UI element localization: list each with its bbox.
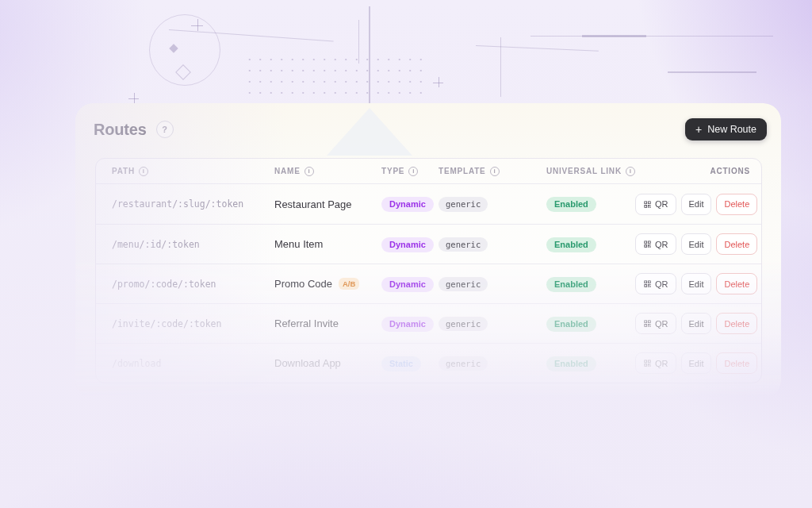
universal-link-badge: Enabled bbox=[546, 197, 596, 212]
routes-panel: Routes ? +New Route PATHi NAMEi TYPEi TE… bbox=[75, 103, 781, 398]
decor-circle bbox=[149, 14, 220, 86]
delete-button[interactable]: Delete bbox=[716, 273, 757, 294]
type-badge: Dynamic bbox=[381, 197, 434, 212]
delete-button[interactable]: Delete bbox=[716, 313, 757, 334]
template-badge: generic bbox=[439, 356, 488, 371]
delete-button[interactable]: Delete bbox=[716, 194, 757, 215]
qr-icon bbox=[643, 240, 652, 248]
column-header-actions: ACTIONS bbox=[635, 167, 753, 175]
table-row: /download Download App Static generic En… bbox=[96, 343, 761, 383]
edit-button[interactable]: Edit bbox=[681, 194, 712, 215]
edit-button[interactable]: Edit bbox=[681, 233, 712, 255]
decor-vertical-line bbox=[358, 20, 359, 64]
delete-button[interactable]: Delete bbox=[716, 352, 757, 374]
template-badge: generic bbox=[439, 277, 488, 292]
edit-button[interactable]: Edit bbox=[681, 273, 712, 294]
info-icon[interactable]: i bbox=[490, 167, 500, 176]
table-body: /restaurant/:slug/:token Restaurant Page… bbox=[96, 184, 761, 383]
type-badge: Static bbox=[381, 356, 421, 371]
route-path: /promo/:code/:token bbox=[112, 279, 274, 290]
decor-horizontal-line bbox=[530, 36, 773, 37]
universal-link-badge: Enabled bbox=[546, 356, 596, 371]
decor-horizontal-line bbox=[668, 71, 756, 73]
template-badge: generic bbox=[439, 317, 488, 332]
type-badge: Dynamic bbox=[381, 237, 434, 252]
info-icon[interactable]: i bbox=[408, 167, 418, 176]
route-name: Menu Item bbox=[274, 238, 381, 250]
route-name: Restaurant Page bbox=[274, 198, 381, 210]
column-header-name: NAMEi bbox=[274, 167, 381, 176]
new-route-label: New Route bbox=[707, 124, 756, 135]
type-badge: Dynamic bbox=[381, 277, 434, 292]
qr-button[interactable]: QR bbox=[635, 352, 676, 374]
decor-diamond-outline bbox=[175, 64, 191, 80]
qr-button[interactable]: QR bbox=[635, 233, 676, 255]
route-name: Download App bbox=[274, 357, 381, 369]
route-path: /menu/:id/:token bbox=[112, 239, 274, 250]
table-row: /menu/:id/:token Menu Item Dynamic gener… bbox=[96, 224, 761, 264]
decor-diamond-filled bbox=[169, 44, 178, 52]
column-header-type: TYPEi bbox=[381, 167, 439, 176]
info-icon[interactable]: i bbox=[304, 167, 314, 176]
info-icon[interactable]: i bbox=[626, 167, 635, 176]
universal-link-badge: Enabled bbox=[546, 237, 596, 252]
route-path: /invite/:code/:token bbox=[112, 318, 274, 329]
info-icon[interactable]: i bbox=[139, 167, 148, 176]
template-badge: generic bbox=[439, 197, 488, 212]
plus-icon: + bbox=[695, 124, 702, 135]
qr-icon bbox=[643, 319, 652, 328]
table-row: /restaurant/:slug/:token Restaurant Page… bbox=[96, 184, 761, 224]
qr-icon bbox=[643, 200, 652, 209]
qr-button[interactable]: QR bbox=[635, 273, 676, 294]
decor-dot-grid bbox=[244, 54, 425, 97]
route-name: Promo CodeA/B bbox=[274, 278, 381, 291]
decor-horizontal-line bbox=[582, 35, 646, 37]
table-row: /invite/:code/:token Referral Invite Dyn… bbox=[96, 303, 761, 343]
universal-link-badge: Enabled bbox=[546, 277, 596, 292]
ab-test-badge: A/B bbox=[339, 278, 359, 291]
decor-cross bbox=[128, 93, 139, 103]
help-icon[interactable]: ? bbox=[156, 121, 174, 138]
decor-diagonal-line bbox=[169, 29, 334, 42]
column-header-universal-link: UNIVERSAL LINKi bbox=[546, 167, 635, 176]
decor-vertical-line bbox=[369, 6, 370, 105]
type-badge: Dynamic bbox=[381, 317, 434, 332]
route-name: Referral Invite bbox=[274, 318, 381, 329]
decor-cross bbox=[433, 77, 443, 87]
panel-header: Routes ? +New Route bbox=[75, 103, 781, 156]
route-path: /restaurant/:slug/:token bbox=[112, 198, 274, 210]
routes-table: PATHi NAMEi TYPEi TEMPLATEi UNIVERSAL LI… bbox=[95, 158, 762, 383]
table-row: /promo/:code/:token Promo CodeA/B Dynami… bbox=[96, 264, 761, 303]
new-route-button[interactable]: +New Route bbox=[685, 118, 767, 140]
qr-icon bbox=[643, 359, 652, 368]
delete-button[interactable]: Delete bbox=[716, 233, 757, 255]
column-header-template: TEMPLATEi bbox=[439, 167, 546, 176]
template-badge: generic bbox=[439, 237, 488, 252]
page-title: Routes bbox=[94, 121, 147, 139]
decor-diagonal-line bbox=[476, 45, 599, 52]
qr-icon bbox=[643, 279, 652, 288]
edit-button[interactable]: Edit bbox=[681, 313, 712, 334]
column-header-path: PATHi bbox=[112, 167, 274, 176]
decor-vertical-line bbox=[500, 37, 501, 97]
decor-cross bbox=[191, 19, 203, 31]
edit-button[interactable]: Edit bbox=[681, 352, 712, 374]
universal-link-badge: Enabled bbox=[546, 317, 596, 332]
route-path: /download bbox=[112, 358, 274, 369]
qr-button[interactable]: QR bbox=[635, 313, 676, 334]
qr-button[interactable]: QR bbox=[635, 194, 676, 215]
table-header-row: PATHi NAMEi TYPEi TEMPLATEi UNIVERSAL LI… bbox=[96, 159, 761, 184]
